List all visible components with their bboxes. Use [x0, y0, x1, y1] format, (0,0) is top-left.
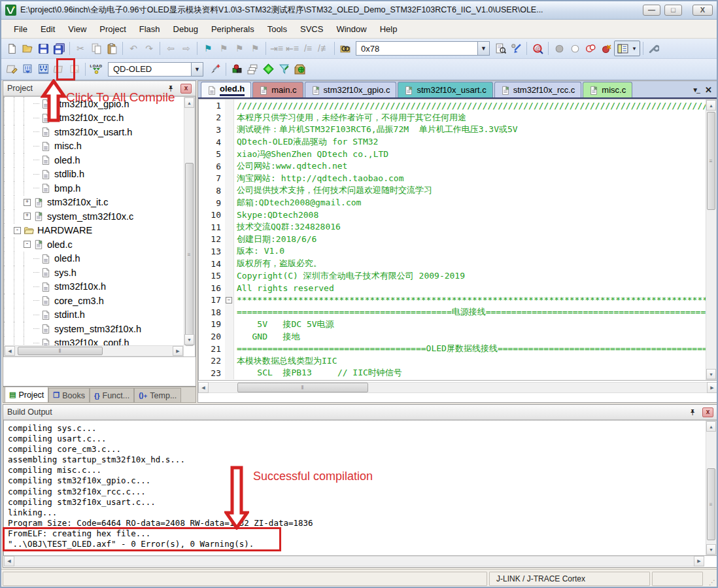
menu-item-svcs[interactable]: SVCS: [294, 22, 329, 37]
bookmark-toggle-icon[interactable]: ⚑: [200, 41, 216, 56]
scroll-up-icon[interactable]: ▲: [706, 421, 716, 432]
configure-wrench-icon[interactable]: [646, 41, 662, 56]
breakpoint-disable-icon[interactable]: [567, 41, 583, 56]
find-in-files-icon[interactable]: [337, 41, 353, 56]
menu-item-flash[interactable]: Flash: [133, 22, 166, 37]
copy-icon[interactable]: [88, 41, 104, 56]
scroll-down-icon[interactable]: ▼: [184, 334, 194, 345]
build-output-close-icon[interactable]: x: [702, 407, 713, 417]
search-combo-dropdown[interactable]: ▼: [477, 42, 489, 55]
bookmark-prev-icon[interactable]: ⚑: [216, 41, 231, 56]
insight-diamond-icon[interactable]: [260, 61, 276, 77]
editor-vscrollbar[interactable]: ▲ ≡ ▼: [706, 99, 717, 380]
collapse-icon[interactable]: -: [14, 227, 21, 234]
expand-icon[interactable]: +: [24, 213, 31, 220]
menu-item-project[interactable]: Project: [94, 22, 131, 37]
maximize-button[interactable]: □: [664, 5, 682, 16]
tree-item[interactable]: bmp.h: [4, 181, 184, 196]
breakpoint-clear-all-icon[interactable]: [598, 41, 614, 56]
rebuild-all-icon[interactable]: [35, 61, 51, 77]
scroll-thumb[interactable]: ≡: [707, 468, 715, 540]
scroll-right-icon[interactable]: ▶: [694, 556, 704, 566]
scroll-left-icon[interactable]: ◀: [5, 346, 15, 356]
paste-icon[interactable]: [104, 41, 120, 56]
tree-item[interactable]: stdint.h: [4, 308, 184, 322]
fold-collapse-icon[interactable]: −: [226, 297, 232, 303]
workspace-tab-temp[interactable]: ()₊Temp...: [134, 388, 181, 402]
resize-grip[interactable]: ⋰: [705, 572, 715, 586]
tree-item[interactable]: -HARDWARE: [4, 224, 184, 238]
menu-item-window[interactable]: Window: [330, 22, 372, 37]
find-in-doc-icon[interactable]: [492, 41, 508, 56]
tree-item[interactable]: oled.h: [4, 153, 184, 167]
translate-icon[interactable]: [4, 61, 20, 77]
scroll-right-icon[interactable]: ▶: [173, 346, 183, 356]
outdent-icon[interactable]: ⇤≡: [284, 41, 300, 56]
build-output-vscrollbar[interactable]: ▲ ≡ ▼: [706, 421, 717, 555]
tree-item[interactable]: core_cm3.h: [4, 294, 184, 308]
menu-item-edit[interactable]: Edit: [35, 22, 61, 37]
scroll-left-icon[interactable]: ◀: [198, 382, 209, 393]
tree-item[interactable]: -oled.c: [4, 237, 184, 252]
breakpoint-kill-icon[interactable]: [583, 41, 598, 56]
goto-reference-icon[interactable]: [508, 41, 524, 56]
menu-item-file[interactable]: File: [8, 22, 33, 37]
navigate-back-icon[interactable]: ⇦: [163, 41, 179, 56]
minimize-button[interactable]: —: [643, 5, 660, 16]
editor-tab-oled-h[interactable]: oled.h: [201, 82, 251, 97]
pack-installer-icon[interactable]: [292, 61, 307, 77]
tree-item[interactable]: +stm32f10x_it.c: [4, 196, 184, 210]
scroll-right-icon[interactable]: ▶: [707, 382, 717, 393]
indent-icon[interactable]: ⇥≡: [269, 41, 284, 56]
tree-item[interactable]: oled.h: [4, 252, 184, 266]
menu-item-help[interactable]: Help: [374, 22, 403, 37]
expand-icon[interactable]: +: [24, 199, 31, 206]
menu-item-tools[interactable]: Tools: [262, 22, 293, 37]
new-file-icon[interactable]: [4, 41, 20, 56]
close-button[interactable]: X: [692, 5, 713, 16]
tree-item[interactable]: +system_stm32f10x.c: [4, 209, 184, 224]
tree-item[interactable]: stm32f10x_usart.h: [4, 125, 184, 139]
project-tree-vscrollbar[interactable]: ▲ ≡ ▼: [184, 97, 195, 345]
project-close-icon[interactable]: x: [180, 84, 192, 94]
workspace-tab-books[interactable]: ❒Books: [48, 388, 90, 402]
tree-item[interactable]: sys.h: [4, 266, 184, 280]
debug-session-icon[interactable]: [229, 61, 245, 77]
redo-icon[interactable]: ↷: [141, 41, 157, 56]
build-icon[interactable]: [20, 61, 35, 77]
workspace-tab-project[interactable]: ▤Project: [5, 387, 48, 402]
editor-tab-stm32f10x_gpio-c[interactable]: stm32f10x_gpio.c: [305, 82, 397, 97]
navigate-forward-icon[interactable]: ⇨: [179, 41, 194, 56]
bookmark-next-icon[interactable]: ⚑: [231, 41, 247, 56]
pin-icon[interactable]: 🖈: [689, 407, 697, 417]
tree-item[interactable]: stdlib.h: [4, 167, 184, 182]
workspace-tab-funct[interactable]: {}Funct...: [90, 388, 134, 402]
scroll-thumb[interactable]: ⦀: [18, 347, 103, 355]
editor-tab-stm32f10x_rcc-c[interactable]: stm32f10x_rcc.c: [494, 82, 582, 97]
scroll-up-icon[interactable]: ▲: [706, 100, 716, 111]
filter-diamond-icon[interactable]: [276, 61, 292, 77]
close-file-icon[interactable]: ✕: [705, 85, 712, 95]
target-combo-dropdown[interactable]: ▼: [191, 63, 203, 76]
windows-cascade-icon[interactable]: [245, 61, 260, 77]
project-window-toggle[interactable]: ▼: [614, 41, 640, 56]
scroll-down-icon[interactable]: ▼: [706, 544, 716, 555]
editor-tab-stm32f10x_usart-c[interactable]: stm32f10x_usart.c: [398, 82, 492, 97]
open-file-icon[interactable]: [20, 41, 35, 56]
editor-hscrollbar[interactable]: ◀ ⦀ ▶: [198, 382, 717, 393]
project-tree-hscrollbar[interactable]: ◀ ⦀ ▶: [4, 345, 184, 356]
search-combo[interactable]: 0x78 ▼: [356, 41, 490, 56]
code-editor[interactable]: 1///////////////////////////////////////…: [198, 99, 717, 381]
bookmark-clear-icon[interactable]: ⚑: [247, 41, 263, 56]
scroll-down-icon[interactable]: ▼: [706, 369, 716, 379]
editor-tab-main-c[interactable]: main.c: [252, 82, 303, 97]
save-all-icon[interactable]: [51, 41, 67, 56]
project-tree[interactable]: stm32f10x_gpio.hstm32f10x_rcc.hstm32f10x…: [3, 96, 196, 357]
tree-item[interactable]: stm32f10x.h: [4, 280, 184, 294]
menu-item-view[interactable]: View: [62, 22, 92, 37]
tree-item[interactable]: stm32f10x_rcc.h: [4, 111, 184, 126]
collapse-icon[interactable]: -: [24, 241, 31, 248]
save-icon[interactable]: [35, 41, 51, 56]
tree-item[interactable]: misc.h: [4, 139, 184, 154]
scroll-thumb[interactable]: ≡: [185, 163, 194, 346]
